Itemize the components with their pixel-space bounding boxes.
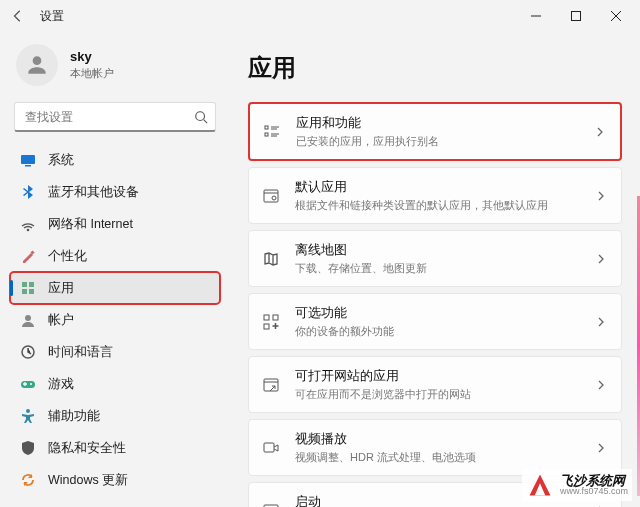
svg-rect-7 — [29, 282, 34, 287]
card-sub: 根据文件和链接种类设置的默认应用，其他默认应用 — [295, 198, 579, 213]
svg-point-18 — [272, 196, 276, 200]
minimize-button[interactable] — [516, 2, 556, 30]
svg-rect-15 — [265, 126, 268, 129]
card-sub: 下载、存储位置、地图更新 — [295, 261, 579, 276]
svg-rect-19 — [264, 315, 269, 320]
svg-point-14 — [26, 409, 30, 413]
optional-icon — [261, 312, 281, 332]
content: 应用 应用和功能已安装的应用，应用执行别名默认应用根据文件和链接种类设置的默认应… — [230, 32, 640, 507]
svg-rect-21 — [264, 324, 269, 329]
titlebar: 设置 — [0, 0, 640, 32]
sidebar-item-label: 网络和 Internet — [48, 216, 133, 233]
watermark-url: www.fs0745.com — [560, 487, 628, 496]
cards-list: 应用和功能已安装的应用，应用执行别名默认应用根据文件和链接种类设置的默认应用，其… — [248, 102, 622, 507]
sidebar-item-label: 个性化 — [48, 248, 87, 265]
card-web[interactable]: 可打开网站的应用可在应用而不是浏览器中打开的网站 — [248, 356, 622, 413]
card-title: 应用和功能 — [296, 114, 578, 132]
card-video[interactable]: 视频播放视频调整、HDR 流式处理、电池选项 — [248, 419, 622, 476]
person-icon — [24, 52, 50, 78]
personalize-icon — [20, 248, 36, 264]
minimize-icon — [531, 11, 541, 21]
chevron-right-icon — [593, 443, 609, 453]
svg-rect-17 — [264, 190, 278, 202]
sidebar-item-system[interactable]: 系统 — [10, 144, 220, 176]
accessibility-icon — [20, 408, 36, 424]
privacy-icon — [20, 440, 36, 456]
close-icon — [611, 11, 621, 21]
sidebar-item-label: 应用 — [48, 280, 74, 297]
svg-rect-3 — [25, 165, 31, 167]
sidebar-item-label: 游戏 — [48, 376, 74, 393]
card-title: 可选功能 — [295, 304, 579, 322]
card-title: 默认应用 — [295, 178, 579, 196]
sidebar-item-label: 蓝牙和其他设备 — [48, 184, 139, 201]
sidebar-item-time[interactable]: 时间和语言 — [10, 336, 220, 368]
svg-rect-9 — [29, 289, 34, 294]
card-title: 可打开网站的应用 — [295, 367, 579, 385]
watermark: 飞沙系统网 www.fs0745.com — [522, 469, 632, 501]
gaming-icon — [20, 376, 36, 392]
default-icon — [261, 186, 281, 206]
card-list[interactable]: 应用和功能已安装的应用，应用执行别名 — [248, 102, 622, 161]
sidebar-item-gaming[interactable]: 游戏 — [10, 368, 220, 400]
video-icon — [261, 438, 281, 458]
sidebar-item-accounts[interactable]: 帐户 — [10, 304, 220, 336]
sidebar-item-label: 系统 — [48, 152, 74, 169]
sidebar: sky 本地帐户 系统蓝牙和其他设备网络和 Internet个性化应用帐户时间和… — [0, 32, 230, 507]
chevron-right-icon — [593, 317, 609, 327]
search-input[interactable] — [15, 110, 187, 124]
sidebar-item-label: 时间和语言 — [48, 344, 113, 361]
card-title: 视频播放 — [295, 430, 579, 448]
window-title: 设置 — [40, 8, 64, 25]
svg-rect-2 — [21, 155, 35, 164]
map-icon — [261, 249, 281, 269]
svg-rect-0 — [572, 12, 581, 21]
sidebar-item-label: 辅助功能 — [48, 408, 100, 425]
card-optional[interactable]: 可选功能你的设备的额外功能 — [248, 293, 622, 350]
back-icon — [11, 9, 25, 23]
avatar — [16, 44, 58, 86]
profile-sub: 本地帐户 — [70, 66, 114, 81]
settings-window: 设置 sky 本地帐户 — [0, 0, 640, 507]
sidebar-item-accessibility[interactable]: 辅助功能 — [10, 400, 220, 432]
chevron-right-icon — [593, 254, 609, 264]
svg-point-10 — [25, 315, 31, 321]
maximize-button[interactable] — [556, 2, 596, 30]
svg-point-4 — [27, 229, 30, 232]
card-default[interactable]: 默认应用根据文件和链接种类设置的默认应用，其他默认应用 — [248, 167, 622, 224]
back-button[interactable] — [4, 2, 32, 30]
startup-icon — [261, 501, 281, 508]
network-icon — [20, 216, 36, 232]
chevron-right-icon — [593, 191, 609, 201]
sidebar-item-update[interactable]: Windows 更新 — [10, 464, 220, 496]
sidebar-item-bluetooth[interactable]: 蓝牙和其他设备 — [10, 176, 220, 208]
svg-rect-6 — [22, 282, 27, 287]
card-sub: 视频调整、HDR 流式处理、电池选项 — [295, 450, 579, 465]
apps-icon — [20, 280, 36, 296]
card-map[interactable]: 离线地图下载、存储位置、地图更新 — [248, 230, 622, 287]
sidebar-item-personalize[interactable]: 个性化 — [10, 240, 220, 272]
search-icon — [187, 110, 215, 124]
card-title: 离线地图 — [295, 241, 579, 259]
svg-point-1 — [196, 111, 205, 120]
sidebar-item-label: 帐户 — [48, 312, 74, 329]
svg-rect-22 — [264, 379, 278, 391]
accounts-icon — [20, 312, 36, 328]
sidebar-item-network[interactable]: 网络和 Internet — [10, 208, 220, 240]
svg-rect-8 — [22, 289, 27, 294]
search-box[interactable] — [14, 102, 216, 132]
watermark-icon — [526, 471, 554, 499]
system-icon — [20, 152, 36, 168]
sidebar-item-apps[interactable]: 应用 — [10, 272, 220, 304]
nav: 系统蓝牙和其他设备网络和 Internet个性化应用帐户时间和语言游戏辅助功能隐… — [4, 142, 226, 507]
web-icon — [261, 375, 281, 395]
close-button[interactable] — [596, 2, 636, 30]
sidebar-item-label: Windows 更新 — [48, 472, 128, 489]
card-sub: 已安装的应用，应用执行别名 — [296, 134, 578, 149]
chevron-right-icon — [593, 380, 609, 390]
time-icon — [20, 344, 36, 360]
sidebar-item-privacy[interactable]: 隐私和安全性 — [10, 432, 220, 464]
profile-name: sky — [70, 49, 114, 64]
profile[interactable]: sky 本地帐户 — [4, 32, 226, 102]
bluetooth-icon — [20, 184, 36, 200]
